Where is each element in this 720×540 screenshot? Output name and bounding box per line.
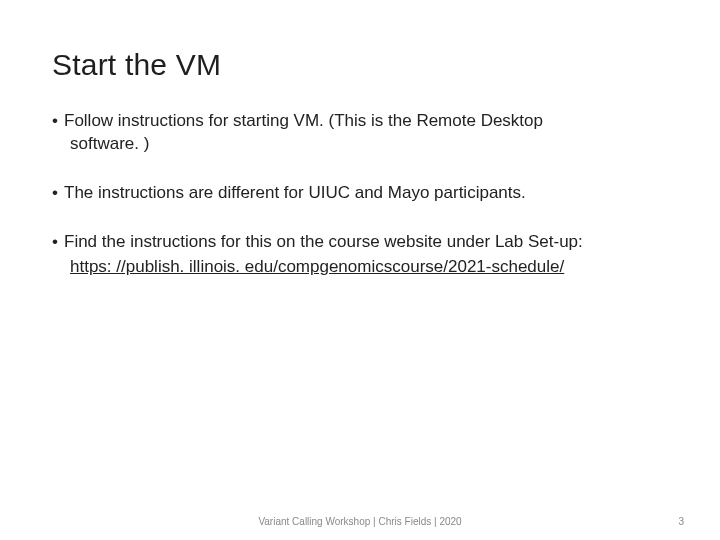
bullet-item: •Follow instructions for starting VM. (T… [52,110,668,156]
bullet-item: •The instructions are different for UIUC… [52,182,668,205]
page-number: 3 [678,516,684,527]
slide-body: •Follow instructions for starting VM. (T… [52,110,668,279]
slide: Start the VM •Follow instructions for st… [0,0,720,540]
footer-center-text: Variant Calling Workshop | Chris Fields … [258,516,461,527]
bullet-text: The instructions are different for UIUC … [64,183,526,202]
bullet-text: Follow instructions for starting VM. (Th… [64,111,543,130]
slide-title: Start the VM [52,48,668,82]
bullet-marker: • [52,110,64,133]
bullet-marker: • [52,182,64,205]
course-link[interactable]: https: //publish. illinois. edu/compgeno… [70,256,564,279]
bullet-text-cont: software. ) [70,133,668,156]
bullet-item: •Find the instructions for this on the c… [52,231,668,279]
bullet-marker: • [52,231,64,254]
bullet-text: Find the instructions for this on the co… [64,232,583,251]
